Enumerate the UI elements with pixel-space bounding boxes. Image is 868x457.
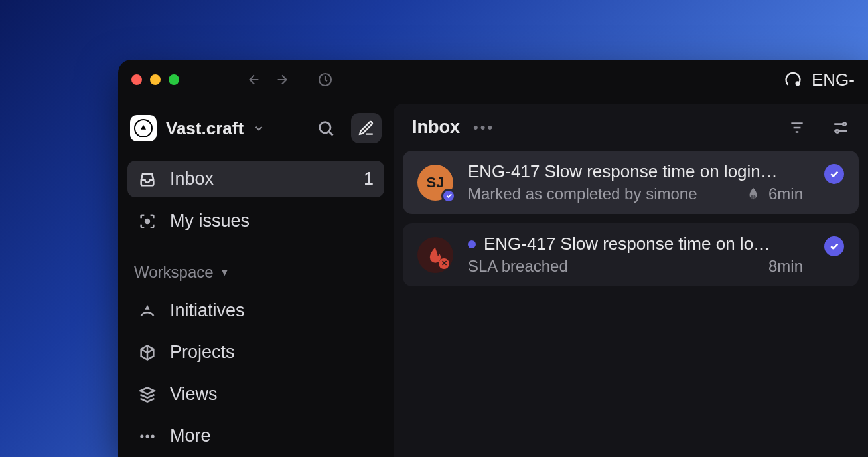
maximize-window-button[interactable] [169,74,179,85]
status-completed-icon [824,236,844,256]
sidebar-item-initiatives[interactable]: Initiatives [127,292,384,329]
sidebar-item-label: My issues [170,211,250,231]
inbox-item-title: ENG-417 Slow response time on lo… [484,234,770,254]
svg-point-2 [320,122,330,133]
sidebar-item-label: Initiatives [170,300,245,321]
triangle-down-icon: ▼ [220,267,230,278]
status-completed-icon [824,164,844,184]
breach-badge-icon: ✕ [439,258,449,269]
issue-icon [784,70,802,89]
chevron-down-icon[interactable] [253,122,265,134]
minimize-window-button[interactable] [150,74,161,85]
inbox-item-subtitle: Marked as completed by simone [468,185,738,203]
avatar: SJ [417,165,453,201]
svg-text:!: ! [753,195,754,199]
sidebar-item-my-issues[interactable]: My issues [127,203,384,239]
titlebar: ENG- [118,60,868,100]
svg-point-3 [145,219,149,223]
sla-warning-icon: ! [746,187,760,201]
sidebar-item-label: Views [170,384,218,405]
unread-indicator [468,240,476,248]
main-panel: Inbox ••• SJ [394,104,868,457]
svg-point-6 [151,434,155,438]
workspace-name[interactable]: Vast.craft [166,118,244,139]
workspace-header: Vast.craft [127,109,384,155]
filter-button[interactable] [788,119,806,136]
inbox-item-subtitle: SLA breached [468,257,760,276]
close-window-button[interactable] [131,74,142,85]
inbox-list: SJ ENG-417 Slow response time on login… … [394,151,868,286]
inbox-item-title: ENG-417 Slow response time on login… [468,161,778,182]
page-title: Inbox [412,117,460,137]
breadcrumb[interactable]: ENG- [784,70,855,90]
traffic-lights [131,74,179,85]
inbox-count: 1 [364,169,374,189]
projects-icon [138,343,157,362]
svg-point-7 [843,122,845,125]
sidebar-item-more[interactable]: More [127,418,384,454]
app-body: Vast.craft Inbox 1 [118,100,868,457]
initiatives-icon [138,302,157,320]
inbox-item[interactable]: SJ ENG-417 Slow response time on login… … [403,151,859,214]
sidebar-item-label: More [170,426,211,446]
sidebar-item-projects[interactable]: Projects [127,334,384,371]
svg-point-1 [796,81,800,86]
avatar: ✕ [417,237,453,273]
compose-button[interactable] [351,113,382,143]
breadcrumb-label: ENG- [812,70,855,90]
search-button[interactable] [317,119,335,137]
more-options-button[interactable]: ••• [473,119,494,136]
inbox-item-content: ENG-417 Slow response time on login… Mar… [468,161,803,203]
sidebar-item-inbox[interactable]: Inbox 1 [127,161,384,197]
inbox-icon [138,170,157,189]
inbox-item-time: 6min [768,185,803,203]
history-button[interactable] [317,72,333,88]
svg-point-4 [140,434,143,438]
inbox-item-time: 8min [768,257,803,276]
avatar-initials: SJ [427,174,445,191]
main-header: Inbox ••• [394,104,868,151]
views-icon [138,385,157,404]
inbox-item[interactable]: ✕ ENG-417 Slow response time on lo… SLA … [403,223,859,286]
sidebar-item-views[interactable]: Views [127,376,384,412]
back-button[interactable] [247,72,261,87]
forward-button[interactable] [275,72,289,87]
display-options-button[interactable] [832,119,849,136]
app-window: ENG- Vast.craft [118,60,868,457]
workspace-logo[interactable] [130,115,157,141]
inbox-item-content: ENG-417 Slow response time on lo… SLA br… [468,234,803,276]
sidebar: Vast.craft Inbox 1 [118,100,394,457]
nav-arrows [247,72,289,87]
focus-icon [138,212,157,230]
svg-point-8 [835,130,838,132]
more-icon [138,427,157,446]
sidebar-item-label: Inbox [170,169,214,189]
svg-point-5 [145,434,149,438]
sidebar-section-workspace[interactable]: Workspace ▼ [127,244,384,287]
sidebar-item-label: Projects [170,342,235,363]
completed-badge-icon [441,189,456,203]
